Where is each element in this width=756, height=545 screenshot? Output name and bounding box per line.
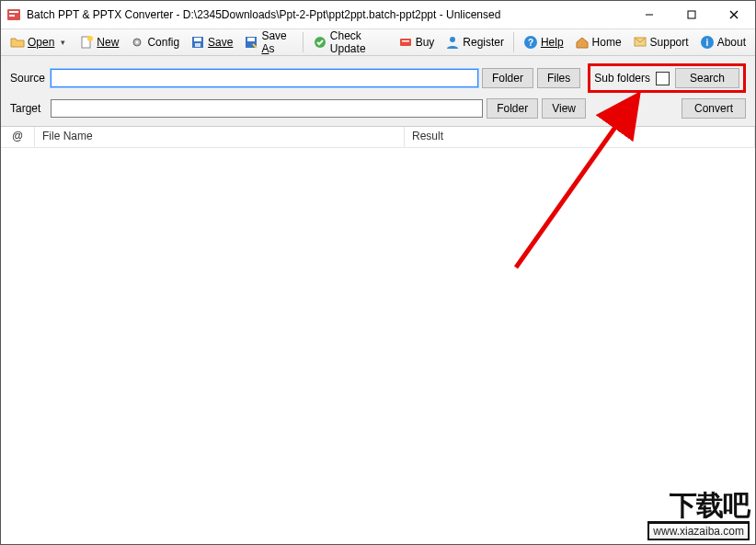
- watermark-text: 下载吧: [647, 492, 750, 519]
- support-label: Support: [650, 36, 689, 49]
- new-button[interactable]: New: [74, 32, 124, 52]
- check-update-button[interactable]: Check Update: [307, 27, 393, 58]
- svg-rect-2: [9, 15, 15, 17]
- cart-icon: [398, 35, 413, 50]
- svg-rect-12: [194, 38, 201, 41]
- table-header: @ File Name Result: [1, 127, 755, 148]
- config-button[interactable]: Config: [124, 32, 185, 52]
- svg-point-10: [136, 41, 139, 44]
- window-controls: [628, 1, 755, 28]
- open-button[interactable]: Open ▾: [5, 32, 74, 52]
- toolbar-separator: [513, 32, 514, 52]
- save-icon: [190, 35, 205, 50]
- new-label: New: [97, 36, 119, 49]
- convert-button[interactable]: Convert: [682, 98, 746, 119]
- save-as-label: Save Save AsAs: [261, 29, 293, 55]
- about-label: About: [717, 36, 746, 49]
- home-icon: [575, 35, 590, 50]
- svg-rect-17: [400, 39, 411, 46]
- save-label: Save: [208, 36, 233, 49]
- svg-text:?: ?: [528, 38, 533, 48]
- watermark: 下载吧 www.xiazaiba.com: [647, 492, 750, 540]
- home-button[interactable]: Home: [569, 32, 627, 52]
- folder-open-icon: [10, 35, 25, 50]
- open-label: Open: [28, 36, 54, 49]
- chevron-down-icon[interactable]: ▾: [57, 38, 68, 47]
- view-button[interactable]: View: [542, 98, 586, 119]
- config-label: Config: [147, 36, 179, 49]
- svg-text:i: i: [705, 38, 708, 48]
- register-icon: [445, 35, 460, 50]
- save-as-icon: [244, 35, 258, 50]
- save-button[interactable]: Save: [185, 32, 238, 52]
- search-button[interactable]: Search: [675, 68, 739, 88]
- register-label: Register: [463, 36, 504, 49]
- highlight-box: Sub folders Sub folders Search: [588, 63, 746, 93]
- source-input[interactable]: [51, 69, 478, 87]
- new-file-icon: [79, 35, 94, 50]
- subfolders-checkbox[interactable]: [656, 72, 670, 85]
- help-button[interactable]: ? Help: [518, 32, 569, 52]
- help-label: Help: [541, 36, 564, 49]
- home-label: Home: [592, 36, 622, 49]
- source-label: Source: [10, 72, 47, 85]
- toolbar: Open ▾ New Config Save Save Save AsAs Ch…: [1, 29, 755, 56]
- source-folder-button[interactable]: Folder: [482, 68, 533, 88]
- app-icon: [6, 7, 21, 22]
- target-label: Target: [10, 102, 47, 115]
- support-icon: [633, 35, 647, 50]
- save-as-button[interactable]: Save Save AsAs: [238, 27, 299, 58]
- close-button[interactable]: [713, 1, 755, 28]
- update-icon: [313, 35, 327, 50]
- svg-rect-4: [688, 11, 695, 18]
- help-icon: ?: [523, 35, 538, 50]
- source-files-button[interactable]: Files: [537, 68, 580, 88]
- watermark-url: www.xiazaiba.com: [647, 521, 750, 540]
- svg-rect-13: [195, 43, 200, 47]
- info-icon: i: [700, 35, 715, 50]
- target-folder-button[interactable]: Folder: [487, 98, 538, 119]
- maximize-button[interactable]: [670, 1, 713, 28]
- buy-button[interactable]: Buy: [393, 32, 441, 52]
- col-filename[interactable]: File Name: [35, 127, 405, 147]
- app-window: Batch PPT & PPTX Converter - D:\2345Down…: [0, 0, 756, 545]
- check-update-label: Check Update: [330, 29, 387, 55]
- svg-rect-15: [247, 38, 255, 41]
- col-at[interactable]: @: [1, 127, 35, 147]
- buy-label: Buy: [416, 36, 435, 49]
- about-button[interactable]: i About: [694, 32, 751, 52]
- target-row: Target Folder View Convert: [10, 98, 746, 119]
- source-row: Source Folder Files Sub folders Sub fold…: [10, 63, 746, 93]
- svg-point-19: [450, 37, 455, 42]
- titlebar: Batch PPT & PPTX Converter - D:\2345Down…: [1, 1, 755, 29]
- subfolders-label: Sub folders: [594, 72, 650, 85]
- svg-rect-18: [402, 40, 409, 42]
- svg-point-8: [87, 36, 93, 41]
- svg-rect-1: [9, 11, 18, 13]
- paths-panel: Source Folder Files Sub folders Sub fold…: [1, 56, 755, 127]
- support-button[interactable]: Support: [627, 32, 694, 52]
- target-input[interactable]: [51, 99, 483, 118]
- minimize-button[interactable]: [628, 1, 670, 28]
- toolbar-separator: [303, 32, 304, 52]
- col-result[interactable]: Result: [405, 127, 755, 147]
- window-title: Batch PPT & PPTX Converter - D:\2345Down…: [27, 8, 628, 21]
- gear-icon: [130, 35, 144, 50]
- register-button[interactable]: Register: [440, 32, 510, 52]
